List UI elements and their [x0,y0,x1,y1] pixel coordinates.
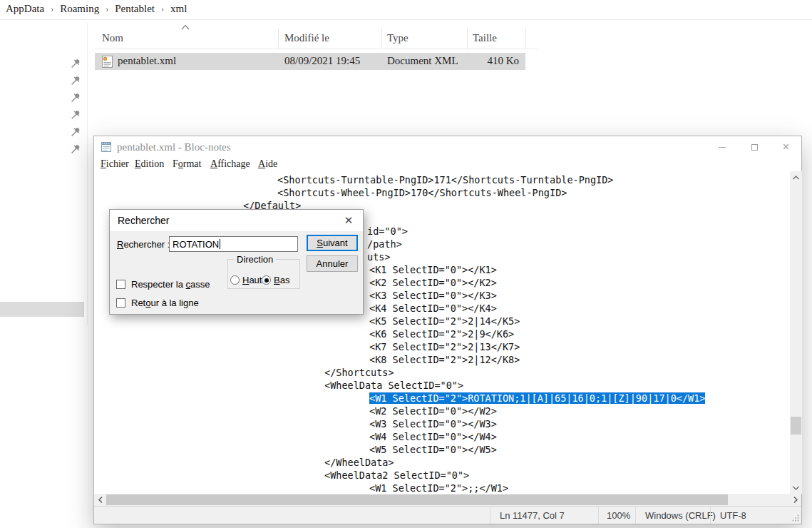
find-dialog-title: Rechercher [118,215,169,226]
code-line: <K7 SelectID="2">2|13</K7> [369,340,520,353]
horizontal-scrollbar[interactable] [94,494,801,506]
file-name: pentablet.xml [118,55,176,67]
find-dialog-close-button[interactable]: ✕ [334,210,363,231]
column-divider [278,29,279,49]
vertical-scrollbar[interactable] [790,171,802,494]
breadcrumb-item-pentablet[interactable]: Pentablet [115,3,155,15]
breadcrumb-item-appdata[interactable]: AppData [6,3,44,15]
file-type: Document XML [387,55,458,67]
horizontal-scroll-thumb[interactable] [106,494,728,505]
code-line: <Shortcuts-Wheel-PngID>170</Shortcuts-Wh… [277,186,567,199]
menu-fichier[interactable]: Fichier [101,158,129,170]
checkbox-icon [116,298,125,308]
pin-icon[interactable] [70,126,81,138]
breadcrumb-divider [0,19,812,20]
menu-edition[interactable]: Edition [135,158,164,170]
code-line: <K4 SelectID="0"></K4> [369,302,497,315]
scroll-up-icon [793,176,799,180]
close-button[interactable]: × [770,136,802,158]
pin-icon[interactable] [70,58,81,69]
radio-selected-icon [262,275,271,285]
menu-affichage[interactable]: Affichage [210,158,250,170]
code-line-selected: <W1 SelectID="2">ROTATION;1|[A]|65|16|0;… [369,392,705,405]
search-input[interactable]: ROTATION [169,236,298,252]
maximize-icon [751,144,758,151]
sidebar-separator [87,23,88,325]
close-icon: × [783,141,789,153]
breadcrumb-chevron-icon: › [155,4,170,14]
breadcrumb: AppData›Roaming›Pentablet›xml [6,3,187,15]
column-divider [525,29,526,49]
code-line: <W5 SelectID="0"></W5> [369,443,497,456]
code-line: id="0"> [367,225,408,238]
code-line: uts> [367,250,391,263]
pin-icon[interactable] [70,92,81,103]
find-next-button[interactable]: Suivant [307,235,358,251]
status-encoding: UTF-8 [710,507,801,524]
scroll-left-button[interactable] [94,494,106,506]
radio-direction-down[interactable]: Bas [262,275,289,285]
code-line: <K2 SelectID="0"></K2> [369,276,497,289]
notepad-window: pentablet.xml - Bloc-notes × FichierEdit… [93,136,802,524]
scroll-down-icon [793,486,799,490]
menu-aide[interactable]: Aide [258,158,277,170]
breadcrumb-item-roaming[interactable]: Roaming [60,3,99,15]
menu-format[interactable]: Format [173,158,201,170]
maximize-button[interactable] [739,136,771,158]
file-modified: 08/09/2021 19:45 [284,55,360,67]
code-line: <WheelData SelectID="0"> [324,379,463,392]
find-dialog: Rechercher ✕ Rechercher : ROTATION Suiva… [109,209,364,315]
code-line: <K8 SelectID="2">2|12</K8> [369,353,520,366]
scroll-right-button[interactable] [789,494,801,506]
scroll-down-button[interactable] [790,482,802,494]
notepad-menubar: FichierEditionFormatAffichageAide [94,158,801,171]
file-size: 410 Ko [473,55,519,67]
column-header-type[interactable]: Type [387,32,408,44]
minimize-button[interactable] [706,136,738,158]
sort-ascending-icon[interactable] [181,24,190,30]
status-cursor-position: Ln 11477, Col 7 [490,507,598,524]
search-input-value: ROTATION [173,239,219,250]
file-row-pentablet-xml[interactable]: pentablet.xml 08/09/2021 19:45 Document … [95,53,525,70]
status-line-ending: Windows (CRLF) [635,507,710,524]
column-header-size[interactable]: Taille [473,32,497,44]
vertical-scroll-thumb[interactable] [791,417,801,435]
column-divider [467,29,468,49]
header-divider [95,49,538,49]
pin-icon[interactable] [70,75,81,86]
breadcrumb-item-xml[interactable]: xml [170,3,187,15]
code-line: <WheelData2 SelectID="0"> [324,469,469,482]
xml-file-icon [102,56,113,68]
code-line: /path> [367,238,402,250]
code-line: <K3 SelectID="0"></K3> [369,289,497,302]
pin-icon[interactable] [70,143,81,155]
find-dialog-titlebar[interactable]: Rechercher ✕ [110,210,363,231]
breadcrumb-chevron-icon: › [99,4,115,14]
search-label: Rechercher : [117,239,170,250]
code-line: <K5 SelectID="2">2|14</K5> [369,315,520,328]
column-header-modified[interactable]: Modifié le [284,32,329,44]
cancel-button[interactable]: Annuler [307,255,358,272]
resize-grip[interactable] [792,514,799,522]
code-line: <W1 SelectID="2">;;</W1> [369,482,508,494]
code-line: </WheelData> [324,456,394,469]
status-bar: Ln 11477, Col 7 100% Windows (CRLF) UTF-… [94,506,801,524]
checkbox-match-case[interactable]: Respecter la casse [116,279,210,290]
notepad-titlebar[interactable]: pentablet.xml - Bloc-notes × [94,136,801,158]
column-divider [381,29,382,49]
close-icon: ✕ [344,214,354,227]
radio-direction-up[interactable]: Haut [230,275,262,285]
scroll-up-button[interactable] [790,171,802,183]
direction-group-label: Direction [234,254,276,265]
column-header-name[interactable]: Nom [102,32,123,44]
checkbox-icon [116,280,125,289]
code-line: <K6 SelectID="2">2|9</K6> [369,328,514,340]
code-line: <W3 SelectID="0"></W3> [369,417,497,430]
code-line: <W2 SelectID="0"></W2> [369,405,497,417]
checkbox-wrap-around[interactable]: Retour à la ligne [116,298,199,308]
status-zoom-level: 100% [598,507,635,524]
sidebar-selected-item[interactable] [0,302,84,317]
window-title: pentablet.xml - Bloc-notes [117,141,231,153]
pin-icon[interactable] [70,109,81,121]
code-line: <K1 SelectID="0"></K1> [369,263,497,276]
